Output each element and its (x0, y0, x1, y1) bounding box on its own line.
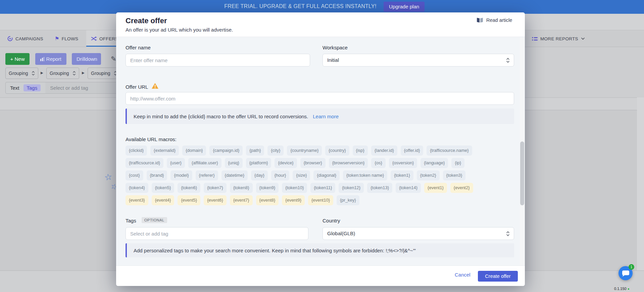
list-icon (532, 37, 538, 41)
new-button[interactable]: + New (5, 53, 30, 65)
macro-chip[interactable]: {token10} (282, 183, 307, 193)
tags-toggle[interactable]: Tags (23, 84, 41, 91)
macro-chip[interactable]: {event5} (178, 195, 200, 205)
macro-chip[interactable]: {event7} (230, 195, 253, 205)
more-reports-menu[interactable]: MORE REPORTS (532, 30, 585, 47)
grouping-select-1[interactable]: Grouping (5, 68, 38, 79)
macro-chip[interactable]: {clickid} (126, 145, 147, 156)
macro-chip[interactable]: {token11} (310, 183, 335, 193)
macro-chip[interactable]: {device} (275, 158, 297, 168)
chat-unread-badge: 1 (629, 264, 634, 270)
grouping-select-2[interactable]: Grouping (46, 68, 79, 79)
book-icon (477, 17, 483, 23)
macro-chip[interactable]: {token9} (256, 183, 279, 193)
campaigns-icon (7, 36, 13, 42)
cancel-button[interactable]: Cancel (455, 272, 470, 278)
country-label: Country (323, 218, 340, 223)
macro-chip[interactable]: {token8} (230, 183, 253, 193)
macro-chip[interactable]: {token6} (178, 183, 200, 193)
macro-chip[interactable]: {offer.id} (401, 145, 423, 156)
tab-campaigns[interactable]: CAMPAIGNS (7, 30, 43, 47)
macro-chip[interactable]: {datetime} (221, 170, 248, 180)
macro-chip[interactable]: {event9} (282, 195, 305, 205)
macro-chip[interactable]: {token2} (417, 170, 440, 180)
macro-chip[interactable]: {osversion} (389, 158, 417, 168)
macro-chip[interactable]: {city} (267, 145, 284, 156)
macro-chip[interactable]: {platform} (246, 158, 271, 168)
table-right-strip (637, 97, 644, 270)
text-toggle[interactable]: Text (10, 85, 19, 91)
macro-chip[interactable]: {uniq} (225, 158, 243, 168)
macro-chip[interactable]: {event6} (204, 195, 227, 205)
create-offer-modal: Create offer An offer is your ad URL whi… (116, 12, 525, 286)
macro-chip[interactable]: {cost} (126, 170, 143, 180)
macro-chip[interactable]: {ip} (451, 158, 464, 168)
macro-chip[interactable]: {diagonal} (313, 170, 340, 180)
macro-chip[interactable]: {domain} (182, 145, 206, 156)
edit-pencil-icon[interactable]: ✎ (111, 55, 116, 63)
macro-chip[interactable]: {token:token name} (343, 170, 387, 180)
report-button[interactable]: Report (35, 53, 66, 65)
learn-more-link[interactable]: Learn more (313, 114, 339, 119)
macro-chip[interactable]: {event8} (256, 195, 279, 205)
active-tab-underline (86, 46, 118, 47)
macro-chip[interactable]: {token3} (443, 170, 466, 180)
tags-input[interactable] (126, 227, 308, 240)
macro-chip[interactable]: {campaign.id} (209, 145, 243, 156)
macro-chip[interactable]: {token7} (204, 183, 227, 193)
macro-chip[interactable]: {browserversion} (329, 158, 368, 168)
macro-chip[interactable]: {token14} (396, 183, 421, 193)
macro-chip[interactable]: {token13} (367, 183, 392, 193)
macro-chip[interactable]: {path} (246, 145, 264, 156)
shuffle-icon (91, 36, 97, 41)
read-article-link[interactable]: Read article (477, 17, 512, 23)
macro-chip[interactable]: {event2} (450, 183, 473, 193)
workspace-select[interactable]: Initial (323, 54, 514, 67)
macro-chip[interactable]: {trafficsource.name} (427, 145, 472, 156)
macro-chip[interactable]: {externalid} (150, 145, 179, 156)
macro-chip[interactable]: {size} (293, 170, 310, 180)
offer-name-label: Offer name (126, 45, 151, 50)
macro-chip[interactable]: {pr_key} (337, 195, 359, 205)
grouping-select-3[interactable]: Grouping (88, 68, 120, 79)
upgrade-plan-button[interactable]: Upgrade plan (384, 2, 425, 12)
drilldown-button[interactable]: Drilldown (72, 53, 101, 65)
modal-scrollbar-thumb[interactable] (520, 141, 524, 205)
macro-chip[interactable]: {token5} (152, 183, 175, 193)
macro-chip[interactable]: {day} (251, 170, 268, 180)
macro-chip[interactable]: {lander.id} (371, 145, 397, 156)
macro-chip[interactable]: {referer} (196, 170, 218, 180)
macro-chip[interactable]: {countryname} (287, 145, 322, 156)
macro-chip[interactable]: {token4} (126, 183, 148, 193)
macro-chip[interactable]: {token1} (391, 170, 413, 180)
warning-icon (151, 83, 159, 89)
macro-chip[interactable]: {brand} (147, 170, 167, 180)
grouping-arrow-separator: ▶ (82, 71, 85, 75)
macro-chip[interactable]: {event3} (126, 195, 148, 205)
chevron-down-icon (581, 37, 585, 40)
macro-chip[interactable]: {model} (170, 170, 192, 180)
macro-chip[interactable]: {os} (371, 158, 385, 168)
offer-url-label: Offer URL (126, 84, 148, 90)
macro-chip[interactable]: {hour} (271, 170, 290, 180)
macro-chip[interactable]: {language} (420, 158, 448, 168)
create-offer-button[interactable]: Create offer (478, 271, 518, 282)
macro-chip[interactable]: {token12} (339, 183, 364, 193)
modal-title: Create offer (126, 16, 167, 25)
macro-chip[interactable]: {user} (167, 158, 185, 168)
offer-url-input[interactable] (126, 92, 514, 105)
macro-chip[interactable]: {affiliate.user} (188, 158, 221, 168)
macro-chip[interactable]: {isp} (353, 145, 368, 156)
macro-chip[interactable]: {event4} (152, 195, 175, 205)
macro-chip[interactable]: {event10} (308, 195, 333, 205)
country-select[interactable]: Global(GLB) (323, 227, 514, 240)
clickid-note: Keep in mind to add the {clickid} macro … (126, 109, 514, 124)
macro-chip[interactable]: {trafficsource.id} (126, 158, 163, 168)
trial-banner: FREE TRIAL. UPGRADE & GET FULL ACCESS IN… (0, 0, 644, 14)
macro-chip[interactable]: {country} (325, 145, 349, 156)
macro-chip[interactable]: {browser} (300, 158, 326, 168)
offer-name-input[interactable] (126, 54, 310, 67)
tab-flows[interactable]: ⚑ FLOWS (55, 30, 78, 47)
workspace-label: Workspace (323, 45, 348, 50)
macro-chip[interactable]: {event1} (424, 183, 447, 193)
